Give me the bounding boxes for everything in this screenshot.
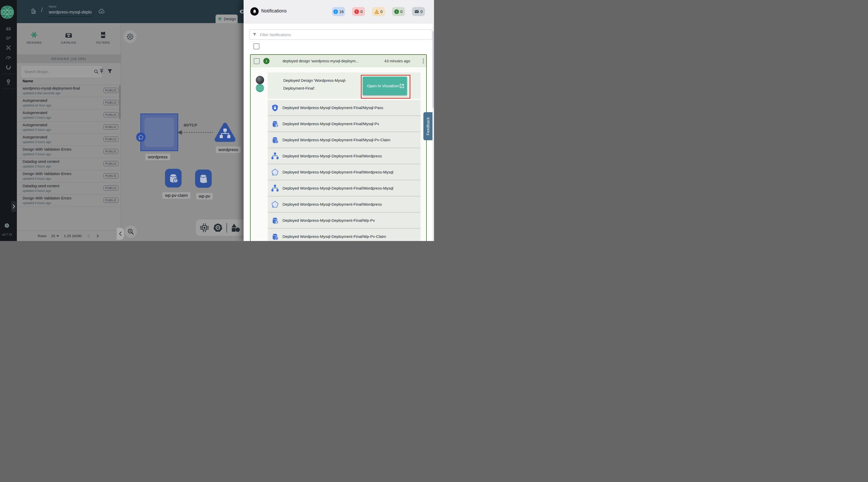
- sidebar-secondary-nav: [0, 77, 17, 86]
- open-in-visualizer-button[interactable]: Open In Visualizer: [363, 77, 407, 95]
- design-list-item[interactable]: Design With Validation Errors updated 3 …: [17, 146, 121, 158]
- tab-catalog[interactable]: CATALOG: [51, 23, 86, 52]
- filter-notifications-input[interactable]: Filter Notifications: [249, 29, 432, 40]
- severity-icon: i: [394, 9, 399, 14]
- previous-page-button[interactable]: [86, 234, 91, 238]
- notification-detail-text: Deployed Design 'Wordpress-Mysql-Deploym…: [283, 77, 348, 92]
- sidebar-item-lifecycle[interactable]: [0, 33, 17, 43]
- collapse-panel-button[interactable]: [117, 228, 124, 240]
- notification-card-header[interactable]: i deployed design 'wordpress-mysql-deplo…: [251, 55, 427, 67]
- configuration-tools-icon: [5, 45, 11, 51]
- rows-per-page-value: 25: [51, 234, 55, 238]
- chevron-down-icon: [56, 235, 59, 237]
- pagination-range: 1-25 18290: [64, 234, 82, 238]
- wordpress-deployment-node[interactable]: [141, 113, 178, 151]
- sidebar-item-performance[interactable]: [0, 53, 17, 62]
- deployment-event-row[interactable]: Deployed Wordpress-Mysql-Deployment-Fina…: [268, 100, 421, 115]
- design-list-item[interactable]: Datadog seed content updated 3 hours ago…: [17, 158, 121, 170]
- feedback-tab[interactable]: Feedback: [423, 112, 432, 140]
- kubernetes-icon[interactable]: [213, 223, 223, 233]
- design-mode-tab[interactable]: Design: [216, 15, 238, 23]
- notification-center: Notifications i 16 ! 0: [244, 0, 434, 241]
- funnel-icon[interactable]: [107, 68, 113, 74]
- design-name: Design With Validation Errors: [23, 172, 71, 176]
- badge-read[interactable]: 0: [412, 7, 425, 16]
- design-list-item[interactable]: Autogenerated updated 3 hours ago PUBLIC: [17, 121, 121, 134]
- deployment-event-row[interactable]: Deployed Wordpress-Mysql-Deployment-Fina…: [268, 197, 421, 212]
- design-updated: updated a few seconds ago: [23, 91, 61, 95]
- more-options-button[interactable]: [421, 58, 426, 64]
- design-list-scrollbar[interactable]: [119, 85, 120, 119]
- wordpress-service-node[interactable]: [214, 121, 237, 143]
- expand-sidebar-button[interactable]: [11, 201, 16, 212]
- notification-time: 43 minutes ago: [384, 59, 410, 63]
- name-input-underline: [49, 17, 92, 17]
- design-list-item[interactable]: Design With Validation Errors updated 4 …: [17, 170, 121, 182]
- design-updated: updated 2 hours ago: [23, 116, 51, 119]
- eye-icon[interactable]: [239, 9, 244, 14]
- rows-per-page-select[interactable]: 25: [51, 234, 59, 238]
- design-list-item[interactable]: wordpress-mysql-deployment-final updated…: [17, 85, 121, 97]
- next-page-button[interactable]: [95, 234, 100, 238]
- canvas-dock: [196, 220, 244, 236]
- event-text: Deployed Wordpress-Mysql-Deployment-Fina…: [282, 186, 393, 190]
- canvas-loader-button[interactable]: [123, 30, 136, 43]
- user-avatar[interactable]: [256, 76, 264, 84]
- help-button[interactable]: ?: [5, 223, 9, 228]
- circuit-icon[interactable]: [199, 223, 209, 233]
- sidebar-item-extensions[interactable]: [0, 62, 17, 72]
- deployment-event-row[interactable]: Deployed Wordpress-Mysql-Deployment-Fina…: [268, 229, 421, 241]
- visibility-badge: PUBLIC: [103, 124, 119, 130]
- notification-checkbox[interactable]: [254, 58, 260, 64]
- building-icon[interactable]: [31, 7, 36, 14]
- sidebar: ? v0.7.73: [0, 0, 17, 241]
- notification-header: Notifications i 16 ! 0: [244, 0, 434, 23]
- volume-lock-icon: [198, 173, 209, 184]
- sidebar-item-kanvas[interactable]: [0, 77, 17, 86]
- wp-pv-claim-node[interactable]: ?: [165, 169, 182, 188]
- svg-text:?: ?: [175, 179, 177, 182]
- tab-filters[interactable]: FILTERS: [86, 23, 120, 52]
- search-icon: [94, 69, 99, 74]
- badge-warning[interactable]: ! 0: [372, 7, 385, 16]
- meshery-logo-icon[interactable]: [1, 5, 14, 19]
- badge-informational[interactable]: i 16: [332, 7, 345, 16]
- design-list-item[interactable]: Autogenerated updated 3 hours ago PUBLIC: [17, 134, 121, 146]
- design-list-item[interactable]: Autogenerated updated an hour ago PUBLIC: [17, 97, 121, 109]
- search-design-input[interactable]: Search design...: [22, 66, 102, 77]
- tab-designs[interactable]: DESIGNS: [17, 23, 51, 52]
- design-list-item[interactable]: Design With Validation Errors updated 4 …: [17, 195, 121, 207]
- sidebar-item-dashboard[interactable]: [0, 24, 17, 33]
- badge-error[interactable]: ! 0: [352, 7, 365, 16]
- deployment-event-row[interactable]: Deployed Wordpress-Mysql-Deployment-Fina…: [268, 180, 421, 196]
- severity-count: 0: [360, 9, 363, 14]
- designs-count-header: DESIGNS (18,290): [17, 54, 121, 63]
- sidebar-item-configuration[interactable]: [0, 43, 17, 53]
- tab-label: FILTERS: [86, 41, 120, 44]
- deployment-event-row[interactable]: Deployed Wordpress-Mysql-Deployment-Fina…: [268, 213, 421, 228]
- workload-tree-icon: [271, 185, 279, 192]
- org-avatar[interactable]: [256, 84, 264, 92]
- deployment-event-row[interactable]: Deployed Wordpress-Mysql-Deployment-Fina…: [268, 132, 421, 147]
- name-field-label: Name: [49, 5, 56, 8]
- drawer-scrollbar-thumb[interactable]: [432, 31, 434, 108]
- shapes-icon[interactable]: [230, 223, 241, 233]
- wp-pv-node[interactable]: [195, 170, 212, 188]
- design-list-item[interactable]: Autogenerated updated 2 hours ago PUBLIC: [17, 109, 121, 121]
- zoom-in-button[interactable]: [125, 225, 137, 238]
- info-circle-icon: i: [263, 58, 270, 64]
- pvc-node-label: wp-pv-claim: [162, 192, 190, 199]
- design-updated: updated 4 hours ago: [23, 201, 51, 205]
- lifecycle-gears-icon: [5, 35, 11, 41]
- select-all-checkbox[interactable]: [253, 44, 259, 49]
- pv-node-label: wp-pv: [196, 193, 213, 199]
- design-name-input[interactable]: wordpress-mysql-deplo: [49, 10, 92, 15]
- secret-shield-icon: [271, 104, 279, 112]
- deployment-event-row[interactable]: Deployed Wordpress-Mysql-Deployment-Fina…: [268, 116, 421, 132]
- cloud-check-icon[interactable]: [98, 8, 105, 14]
- deployment-event-row[interactable]: Deployed Wordpress-Mysql-Deployment-Fina…: [268, 148, 421, 164]
- design-list-item[interactable]: Datadog seed content updated 4 hours ago…: [17, 182, 121, 195]
- upload-icon[interactable]: [99, 68, 104, 74]
- deployment-event-row[interactable]: Deployed Wordpress-Mysql-Deployment-Fina…: [268, 164, 421, 180]
- badge-success[interactable]: i 0: [392, 7, 405, 16]
